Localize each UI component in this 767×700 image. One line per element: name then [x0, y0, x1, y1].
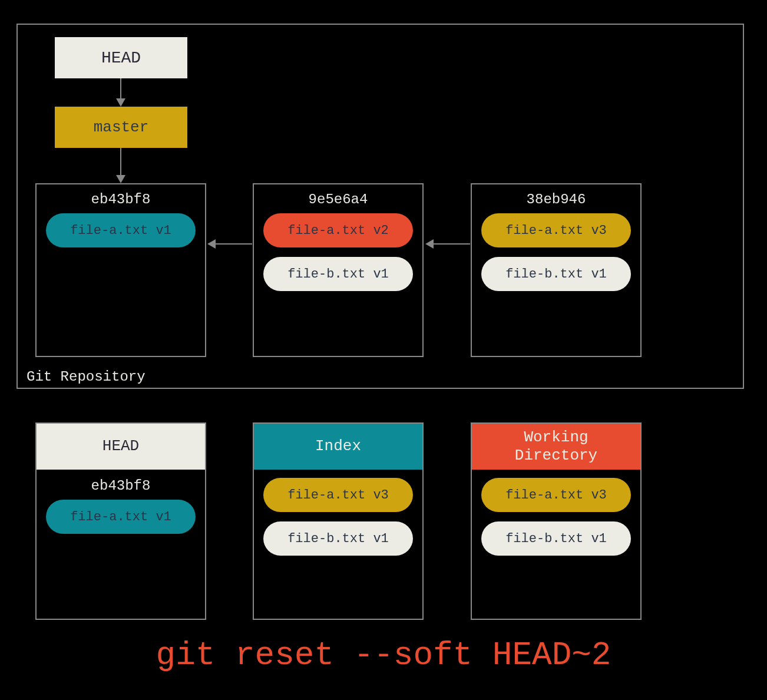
head-tree-file-1: file-a.txt v1 — [46, 500, 196, 534]
git-command: git reset --soft HEAD~2 — [12, 636, 755, 674]
index-tree-file-2: file-b.txt v1 — [263, 521, 413, 556]
diagram-canvas: Git Repository HEAD master eb43bf8 file-… — [12, 12, 755, 688]
head-tree-header: HEAD — [37, 424, 205, 470]
arrow-c2-to-c1 — [215, 243, 252, 245]
workdir-tree-file-2: file-b.txt v1 — [481, 521, 631, 556]
workdir-tree-file-1: file-a.txt v3 — [481, 478, 631, 512]
commit-1-file-1-label: file-a.txt v1 — [70, 223, 171, 238]
index-tree-box: Index file-a.txt v3 file-b.txt v1 — [253, 422, 424, 620]
commit-2-file-2-label: file-b.txt v1 — [287, 267, 389, 282]
head-tree-file-1-label: file-a.txt v1 — [70, 510, 171, 524]
commit-hash-3: 38eb946 — [472, 184, 640, 213]
commit-box-3: 38eb946 file-a.txt v3 file-b.txt v1 — [471, 183, 642, 357]
git-repository-label: Git Repository — [27, 369, 146, 385]
index-tree-title: Index — [315, 437, 361, 455]
workdir-tree-box: WorkingDirectory file-a.txt v3 file-b.tx… — [471, 422, 642, 620]
arrow-head-to-master-tip — [116, 98, 125, 107]
commit-2-file-1-label: file-a.txt v2 — [287, 223, 389, 238]
head-tree-hash: eb43bf8 — [37, 470, 205, 500]
index-tree-file-1: file-a.txt v3 — [263, 478, 413, 512]
index-tree-file-2-label: file-b.txt v1 — [287, 531, 389, 546]
workdir-tree-file-2-label: file-b.txt v1 — [505, 531, 607, 546]
head-tree-title: HEAD — [103, 437, 139, 455]
commit-3-file-1: file-a.txt v3 — [481, 213, 631, 247]
commit-2-file-2: file-b.txt v1 — [263, 257, 413, 291]
index-tree-header: Index — [254, 424, 422, 470]
commit-hash-1: eb43bf8 — [37, 184, 205, 213]
head-ref-box: HEAD — [55, 37, 187, 78]
commit-3-file-2: file-b.txt v1 — [481, 257, 631, 291]
arrow-master-to-commit-tip — [116, 175, 125, 183]
commit-3-file-2-label: file-b.txt v1 — [505, 267, 607, 282]
index-tree-file-1-label: file-a.txt v3 — [287, 488, 389, 503]
arrow-c2-to-c1-tip — [207, 239, 216, 249]
master-branch-box: master — [55, 107, 187, 148]
commit-box-1: eb43bf8 file-a.txt v1 — [35, 183, 206, 357]
arrow-master-to-commit — [120, 148, 121, 176]
workdir-tree-header: WorkingDirectory — [472, 424, 640, 470]
workdir-tree-title: WorkingDirectory — [515, 428, 597, 465]
workdir-tree-file-1-label: file-a.txt v3 — [505, 488, 607, 503]
arrow-c3-to-c2-tip — [425, 239, 434, 249]
arrow-c3-to-c2 — [433, 243, 470, 245]
commit-2-file-1: file-a.txt v2 — [263, 213, 413, 247]
arrow-head-to-master — [120, 78, 121, 100]
commit-box-2: 9e5e6a4 file-a.txt v2 file-b.txt v1 — [253, 183, 424, 357]
git-command-text: git reset --soft HEAD~2 — [156, 636, 611, 674]
head-tree-box: HEAD eb43bf8 file-a.txt v1 — [35, 422, 206, 620]
commit-hash-2: 9e5e6a4 — [254, 184, 422, 213]
master-branch-label: master — [94, 118, 149, 136]
commit-3-file-1-label: file-a.txt v3 — [505, 223, 607, 238]
commit-1-file-1: file-a.txt v1 — [46, 213, 196, 247]
head-ref-label: HEAD — [101, 49, 141, 67]
